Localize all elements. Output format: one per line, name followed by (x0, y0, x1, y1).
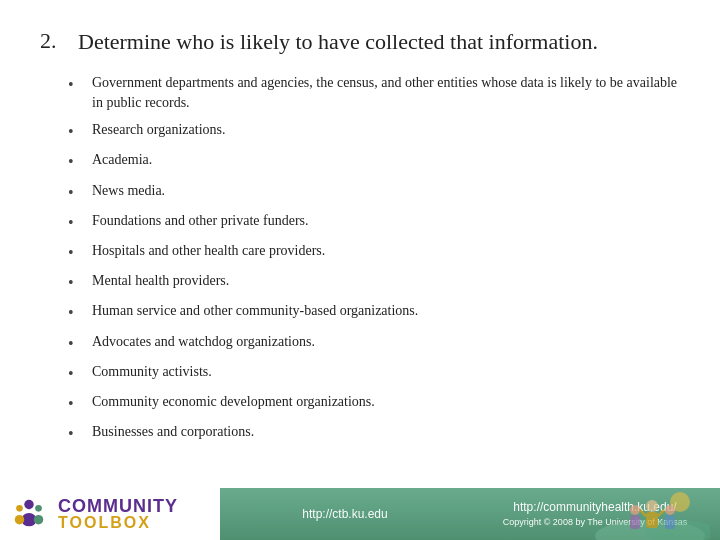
svg-point-5 (34, 515, 44, 525)
heading-text: Determine who is likely to have collecte… (78, 28, 598, 57)
svg-point-2 (16, 505, 23, 512)
list-item: •Businesses and corporations. (68, 422, 680, 445)
bullet-dot: • (68, 301, 86, 324)
svg-rect-12 (646, 512, 658, 528)
list-item: •Research organizations. (68, 120, 680, 143)
logo-stack: COMMUNITY TOOLBOX (58, 497, 178, 531)
bullet-text: Businesses and corporations. (92, 422, 680, 442)
logo-toolbox-text: TOOLBOX (58, 515, 178, 531)
list-item: •Human service and other community-based… (68, 301, 680, 324)
bullet-text: Advocates and watchdog organizations. (92, 332, 680, 352)
bullet-dot: • (68, 271, 86, 294)
svg-point-11 (646, 500, 658, 512)
list-item: •Foundations and other private funders. (68, 211, 680, 234)
footer: COMMUNITY TOOLBOX http://ctb.ku.edu http… (0, 488, 720, 540)
bullet-text: Mental health providers. (92, 271, 680, 291)
bullet-dot: • (68, 362, 86, 385)
list-item: •Hospitals and other health care provide… (68, 241, 680, 264)
list-item: •Community activists. (68, 362, 680, 385)
heading-number: 2. (40, 28, 68, 54)
bullet-text: Hospitals and other health care provider… (92, 241, 680, 261)
svg-point-4 (35, 505, 42, 512)
bullet-list: •Government departments and agencies, th… (68, 73, 680, 446)
bullet-dot: • (68, 120, 86, 143)
logo-icon (10, 495, 48, 533)
svg-rect-10 (630, 515, 640, 529)
bullet-dot: • (68, 392, 86, 415)
bullet-text: News media. (92, 181, 680, 201)
heading-row: 2. Determine who is likely to have colle… (40, 28, 680, 57)
bullet-text: Foundations and other private funders. (92, 211, 680, 231)
main-content: 2. Determine who is likely to have colle… (0, 0, 720, 488)
svg-point-3 (15, 515, 25, 525)
list-item: •Academia. (68, 150, 680, 173)
list-item: •News media. (68, 181, 680, 204)
svg-line-15 (640, 510, 646, 516)
bullet-dot: • (68, 422, 86, 445)
bullet-text: Academia. (92, 150, 680, 170)
list-item: •Mental health providers. (68, 271, 680, 294)
list-item: •Advocates and watchdog organizations. (68, 332, 680, 355)
logo-community-text: COMMUNITY (58, 497, 178, 515)
bullet-text: Government departments and agencies, the… (92, 73, 680, 114)
bullet-dot: • (68, 211, 86, 234)
svg-point-9 (630, 505, 640, 515)
svg-rect-14 (665, 515, 675, 529)
bullet-text: Community economic development organizat… (92, 392, 680, 412)
people-graphic (590, 488, 710, 540)
bullet-dot: • (68, 241, 86, 264)
footer-url-left: http://ctb.ku.edu (220, 507, 470, 521)
bullet-dot: • (68, 150, 86, 173)
bullet-text: Community activists. (92, 362, 680, 382)
svg-line-16 (658, 510, 664, 516)
bullet-dot: • (68, 332, 86, 355)
bullet-dot: • (68, 73, 86, 96)
footer-logo: COMMUNITY TOOLBOX (0, 488, 220, 540)
bullet-text: Human service and other community-based … (92, 301, 680, 321)
bullet-text: Research organizations. (92, 120, 680, 140)
svg-point-0 (24, 500, 34, 510)
list-item: •Government departments and agencies, th… (68, 73, 680, 114)
bullet-dot: • (68, 181, 86, 204)
list-item: •Community economic development organiza… (68, 392, 680, 415)
svg-point-13 (665, 505, 675, 515)
